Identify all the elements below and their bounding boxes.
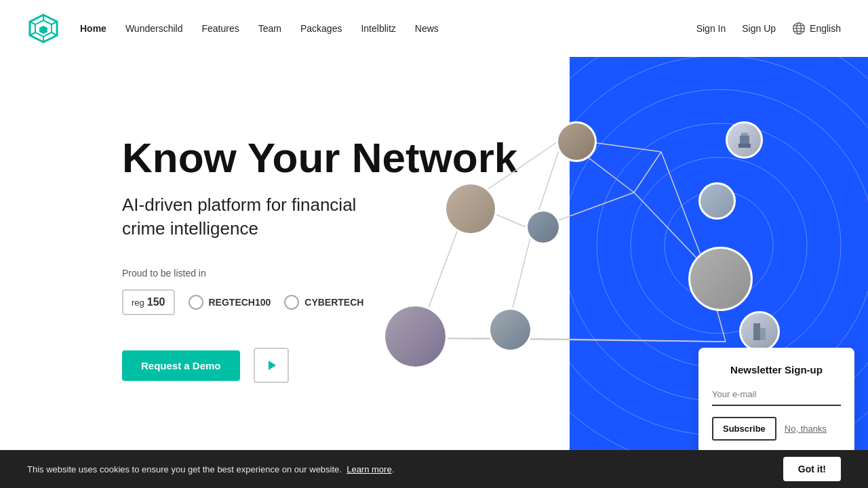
avatar-building-2 [739,311,780,352]
svg-rect-41 [760,328,766,340]
nav-home[interactable]: Home [80,23,106,34]
newsletter-title: Newsletter Sign-up [712,364,841,375]
learn-more-link[interactable]: Learn more [347,464,391,474]
svg-rect-38 [741,133,748,136]
cybertech-icon [284,295,299,310]
nav-team[interactable]: Team [258,23,281,34]
newsletter-buttons: Subscribe No, thanks [712,417,841,441]
play-video-button[interactable] [254,348,289,383]
main-nav: Home Wunderschild Features Team Packages… [80,23,696,34]
avatar-4 [698,182,736,220]
avatar-1 [556,121,597,162]
svg-rect-39 [738,144,751,148]
reg-number: 150 [147,296,165,308]
sign-up-button[interactable]: Sign Up [742,23,776,34]
nav-news[interactable]: News [415,23,439,34]
subscribe-button[interactable]: Subscribe [712,417,776,441]
avatar-6 [383,304,448,369]
demo-button[interactable]: Request a Demo [122,350,240,381]
language-selector[interactable]: English [792,22,841,35]
avatar-7 [488,308,532,352]
nav-features[interactable]: Features [201,23,239,34]
nav-intelblitz[interactable]: Intelblitz [361,23,395,34]
badge-regtech100: REGTECH100 [189,295,271,310]
regtech-label: REGTECH100 [209,297,271,308]
badge-reg150: reg 150 [122,289,175,315]
avatar-building-1 [726,121,763,159]
header-right: Sign In Sign Up English [696,22,841,35]
reg-text: reg [132,298,144,308]
logo[interactable] [27,12,60,45]
cookie-banner: This website uses cookies to ensure you … [0,450,868,488]
header: Home Wunderschild Features Team Packages… [0,0,868,57]
avatar-5 [688,247,753,311]
cookie-text: This website uses cookies to ensure you … [27,464,775,474]
newsletter-card: Newsletter Sign-up Subscribe No, thanks [698,348,854,454]
svg-line-27 [634,192,705,267]
svg-line-28 [661,152,705,267]
regtech-icon [189,295,203,310]
svg-line-26 [634,152,661,192]
svg-marker-2 [39,26,47,34]
newsletter-email-input[interactable] [712,386,841,406]
language-label: English [810,23,841,34]
svg-marker-14 [269,361,276,370]
svg-rect-40 [753,323,760,340]
nav-packages[interactable]: Packages [300,23,342,34]
sign-in-button[interactable]: Sign In [696,23,726,34]
got-it-button[interactable]: Got it! [783,457,841,481]
nav-wunderschild[interactable]: Wunderschild [125,23,183,34]
globe-icon [792,22,806,35]
play-icon [264,359,278,372]
avatar-2 [444,182,497,235]
no-thanks-button[interactable]: No, thanks [785,424,827,434]
avatar-3 [526,209,561,245]
